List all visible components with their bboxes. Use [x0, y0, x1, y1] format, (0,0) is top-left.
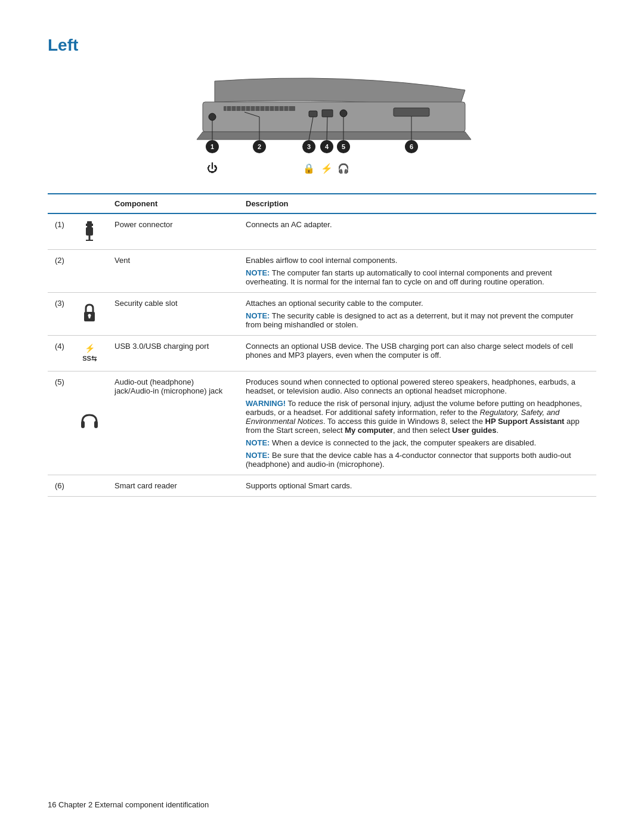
- row-component-name: Audio-out (headphone) jack/Audio-in (mic…: [107, 371, 239, 475]
- svg-text:🎧: 🎧: [338, 163, 349, 174]
- note-label: NOTE:: [246, 438, 270, 447]
- svg-text:SS⇆: SS⇆: [82, 355, 97, 362]
- row-icon: [72, 371, 107, 475]
- row-number: (6): [48, 475, 72, 497]
- svg-point-16: [209, 113, 216, 120]
- table-row: (1) Power connectorConnects an AC adapte…: [48, 213, 596, 250]
- footer-text: 16 Chapter 2 External component identifi…: [48, 800, 209, 809]
- bold-text: User guides: [452, 426, 496, 435]
- row-description-text: Enables airflow to cool internal compone…: [246, 256, 397, 265]
- row-description: Enables airflow to cool internal compone…: [239, 250, 596, 293]
- row-number: (3): [48, 293, 72, 336]
- svg-text:⚡: ⚡: [321, 163, 333, 174]
- note-block: NOTE: The computer fan starts up automat…: [246, 268, 589, 286]
- note-block: NOTE: The security cable is designed to …: [246, 311, 589, 329]
- col-header-num: [48, 194, 72, 213]
- svg-rect-53: [89, 315, 91, 318]
- note-label: NOTE:: [246, 268, 270, 277]
- note-text: The security cable is designed to act as…: [246, 311, 574, 329]
- svg-point-19: [340, 110, 347, 117]
- svg-rect-20: [394, 108, 429, 116]
- svg-rect-57: [94, 421, 98, 428]
- note-block: NOTE: When a device is connected to the …: [246, 438, 589, 447]
- col-header-description: Description: [239, 194, 596, 213]
- row-description: Produces sound when connected to optiona…: [239, 371, 596, 475]
- page-footer: 16 Chapter 2 External component identifi…: [48, 800, 596, 809]
- svg-text:4: 4: [325, 143, 329, 150]
- row-description-text: Connects an AC adapter.: [246, 220, 332, 229]
- row-description-text: Attaches an optional security cable to t…: [246, 299, 423, 308]
- svg-rect-18: [322, 110, 333, 117]
- note-label: NOTE:: [246, 311, 270, 320]
- svg-text:6: 6: [410, 143, 413, 150]
- table-row: (5) Audio-out (headphone) jack/Audio-in …: [48, 371, 596, 475]
- svg-text:⏻: ⏻: [207, 162, 218, 174]
- row-icon: [72, 475, 107, 497]
- svg-rect-46: [86, 227, 93, 236]
- components-table: Component Description (1) Power connecto…: [48, 193, 596, 497]
- svg-text:⚡: ⚡: [85, 343, 95, 354]
- note-text: Be sure that the device cable has a 4-co…: [246, 451, 571, 469]
- svg-text:5: 5: [342, 143, 345, 150]
- svg-text:2: 2: [258, 143, 261, 150]
- row-number: (4): [48, 336, 72, 371]
- row-description-text: Supports optional Smart cards.: [246, 481, 352, 490]
- row-description: Connects an AC adapter.: [239, 213, 596, 250]
- row-description: Supports optional Smart cards.: [239, 475, 596, 497]
- row-description: Connects an optional USB device. The USB…: [239, 336, 596, 371]
- laptop-diagram-area: 1 2 3 4 5 6 ⏻ 🔒 ⚡ 🎧: [48, 69, 596, 176]
- row-description-text: Connects an optional USB device. The USB…: [246, 342, 573, 360]
- svg-text:3: 3: [307, 143, 311, 150]
- table-row: (3) Security cable slotAttaches an optio…: [48, 293, 596, 336]
- row-number: (5): [48, 371, 72, 475]
- warning-block: WARNING! To reduce the risk of personal …: [246, 399, 589, 435]
- row-icon: [72, 250, 107, 293]
- row-component-name: USB 3.0/USB charging port: [107, 336, 239, 371]
- table-header-row: Component Description: [48, 194, 596, 213]
- row-description: Attaches an optional security cable to t…: [239, 293, 596, 336]
- row-description-text: Produces sound when connected to optiona…: [246, 377, 575, 395]
- bold-text: My computer: [345, 426, 393, 435]
- bold-text: HP Support Assistant: [485, 417, 565, 426]
- svg-rect-45: [87, 221, 92, 227]
- row-icon: [72, 213, 107, 250]
- table-row: (6)Smart card readerSupports optional Sm…: [48, 475, 596, 497]
- row-icon: [72, 293, 107, 336]
- svg-rect-17: [309, 111, 317, 117]
- row-number: (1): [48, 213, 72, 250]
- row-component-name: Vent: [107, 250, 239, 293]
- note-block: NOTE: Be sure that the device cable has …: [246, 451, 589, 469]
- row-component-name: Security cable slot: [107, 293, 239, 336]
- svg-rect-56: [81, 421, 85, 428]
- row-component-name: Power connector: [107, 213, 239, 250]
- row-component-name: Smart card reader: [107, 475, 239, 497]
- table-row: (4) ⚡ SS⇆ USB 3.0/USB charging portConne…: [48, 336, 596, 371]
- svg-text:🔒: 🔒: [303, 163, 315, 174]
- table-row: (2)VentEnables airflow to cool internal …: [48, 250, 596, 293]
- warning-text: To reduce the risk of personal injury, a…: [246, 399, 582, 435]
- col-header-icon: [72, 194, 107, 213]
- note-text: The computer fan starts up automatically…: [246, 268, 552, 286]
- note-text: When a device is connected to the jack, …: [272, 438, 536, 447]
- note-label: NOTE:: [246, 451, 270, 460]
- warning-label: WARNING!: [246, 399, 286, 408]
- row-icon: ⚡ SS⇆: [72, 336, 107, 371]
- page-title: Left: [48, 36, 596, 55]
- col-header-component: Component: [107, 194, 239, 213]
- row-number: (2): [48, 250, 72, 293]
- svg-text:1: 1: [210, 143, 214, 150]
